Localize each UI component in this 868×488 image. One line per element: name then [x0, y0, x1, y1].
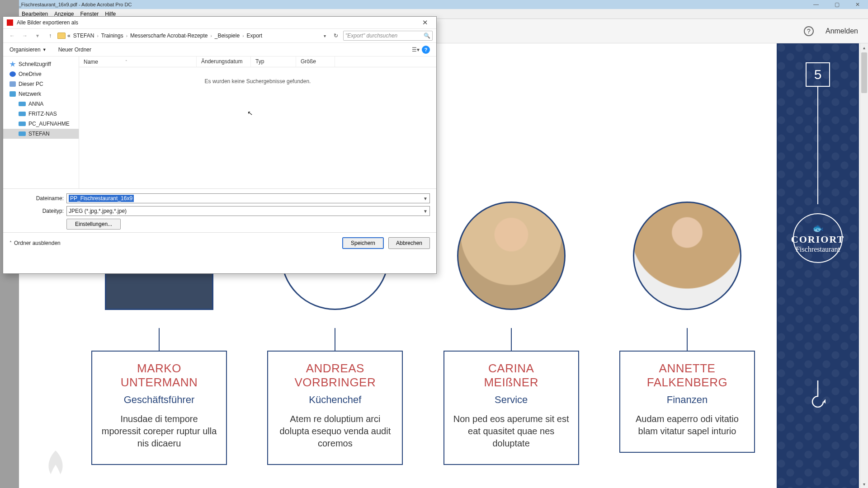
- connector-line: [335, 328, 335, 351]
- sort-asc-icon: ˄: [125, 60, 127, 64]
- filetype-select[interactable]: JPEG (*.jpg,*.jpeg,*.jpe) ▼: [66, 206, 430, 216]
- filename-input[interactable]: PP_Fischrestaurant_16x9 ▼: [66, 193, 430, 203]
- page-number: 5: [814, 67, 822, 82]
- presentation-sidebar: 5 🐟 CORIORT Fischrestaurant: [777, 43, 859, 488]
- page-number-box: 5: [806, 62, 830, 87]
- person-card: MARKOUNTERMANN Geschäftsführer Inusdae d…: [91, 251, 227, 465]
- computer-icon: [19, 131, 26, 136]
- person-card: CARINAMEIßNER Service Non ped eos aperum…: [443, 251, 579, 465]
- scroll-down-icon[interactable]: ▾: [860, 480, 868, 488]
- chevron-down-icon[interactable]: ▼: [423, 196, 428, 201]
- tree-host[interactable]: ANNA: [3, 99, 79, 109]
- search-placeholder: "Export" durchsuchen: [345, 33, 397, 39]
- brand-logo: 🐟 CORIORT Fischrestaurant: [777, 213, 859, 263]
- scroll-thumb[interactable]: [861, 52, 867, 93]
- crumb-item[interactable]: Export: [246, 33, 262, 39]
- col-size[interactable]: Größe: [296, 56, 335, 67]
- window-maximize[interactable]: ▢: [826, 0, 847, 9]
- dialog-toolbar: Organisieren▼ Neuer Ordner ☰▾ ?: [3, 43, 436, 56]
- crumb-item[interactable]: Messerscharfe Acrobat-Rezepte: [130, 33, 208, 39]
- pc-icon: [9, 81, 16, 87]
- crumb-item[interactable]: _Beispiele: [215, 33, 240, 39]
- tree-quick-access[interactable]: Schnellzugriff: [3, 59, 79, 69]
- person-card: ANDREASVORBRINGER Küchenchef Atem re dol…: [267, 251, 403, 465]
- vertical-line: [817, 87, 818, 204]
- crumb-overflow[interactable]: «: [67, 33, 71, 39]
- tree-this-pc[interactable]: Dieser PC: [3, 79, 79, 89]
- refresh-button[interactable]: ↻: [330, 33, 341, 39]
- cloud-icon: [9, 71, 16, 77]
- person-role: Küchenchef: [276, 394, 394, 406]
- new-folder-button[interactable]: Neuer Ordner: [58, 47, 91, 53]
- person-name: ANDREASVORBRINGER: [276, 361, 394, 389]
- breadcrumb[interactable]: « STEFAN › Trainings › Messerscharfe Acr…: [67, 33, 329, 39]
- nav-up-button[interactable]: ↑: [45, 31, 56, 41]
- dialog-fields: Dateiname: PP_Fischrestaurant_16x9 ▼ Dat…: [3, 188, 436, 232]
- window-minimize[interactable]: —: [806, 0, 826, 9]
- computer-icon: [19, 102, 26, 106]
- dialog-titlebar: Alle Bilder exportieren als ✕: [3, 17, 436, 28]
- filetype-value: JPEG (*.jpg,*.jpeg,*.jpe): [69, 208, 127, 214]
- cancel-button[interactable]: Abbrechen: [388, 237, 430, 249]
- address-dropdown[interactable]: ▾: [324, 33, 329, 38]
- search-icon[interactable]: 🔍: [424, 33, 430, 39]
- col-date[interactable]: Änderungsdatum: [197, 56, 251, 67]
- chevron-right-icon: ›: [97, 33, 98, 38]
- connector-line: [687, 328, 688, 351]
- organize-menu[interactable]: Organisieren▼: [9, 47, 47, 53]
- empty-results-text: Es wurden keine Suchergebnisse gefunden.: [79, 67, 436, 84]
- person-desc: Audam eaperro odi vitatio blam vitatur s…: [628, 413, 746, 437]
- tree-host[interactable]: FRITZ-NAS: [3, 109, 79, 119]
- signin-link[interactable]: Anmelden: [826, 27, 858, 35]
- app-titlebar: PP_Fischrestaurant_16x9.pdf - Adobe Acro…: [0, 0, 868, 9]
- scroll-up-icon[interactable]: ▴: [860, 43, 868, 52]
- filename-label: Dateiname:: [26, 195, 64, 202]
- tree-host[interactable]: STEFAN: [3, 129, 79, 139]
- nav-back-button[interactable]: ←: [7, 31, 18, 41]
- tree-network[interactable]: Netzwerk: [3, 89, 79, 99]
- person-name: MARKOUNTERMANN: [100, 361, 218, 389]
- col-name[interactable]: Name ˄: [79, 56, 197, 67]
- tree-onedrive[interactable]: OneDrive: [3, 69, 79, 79]
- person-info: ANDREASVORBRINGER Küchenchef Atem re dol…: [267, 351, 403, 465]
- nav-forward-button[interactable]: →: [19, 31, 30, 41]
- watermark-icon: [40, 447, 71, 479]
- brand-subtitle: Fischrestaurant: [796, 245, 840, 253]
- crumb-item[interactable]: Trainings: [101, 33, 123, 39]
- filename-value: PP_Fischrestaurant_16x9: [69, 195, 134, 202]
- save-dialog: Alle Bilder exportieren als ✕ ← → ▾ ↑ « …: [3, 16, 437, 274]
- person-name: ANNETTEFALKENBERG: [628, 361, 746, 389]
- connector-line: [511, 328, 512, 351]
- folder-icon: [57, 33, 66, 39]
- window-title: PP_Fischrestaurant_16x9.pdf - Adobe Acro…: [12, 2, 132, 7]
- save-button[interactable]: Speichern: [342, 237, 384, 249]
- dialog-close-button[interactable]: ✕: [417, 19, 433, 27]
- person-info: ANNETTEFALKENBERG Finanzen Audam eaperro…: [619, 351, 755, 453]
- settings-button[interactable]: Einstellungen...: [66, 219, 121, 230]
- person-portrait: [633, 202, 741, 310]
- col-type[interactable]: Typ: [251, 56, 296, 67]
- connector-line: [159, 328, 160, 351]
- window-close[interactable]: ✕: [847, 0, 868, 9]
- list-header: Name ˄ Änderungsdatum Typ Größe: [79, 56, 436, 67]
- search-input[interactable]: "Export" durchsuchen 🔍: [343, 31, 433, 41]
- vertical-scrollbar[interactable]: ▴ ▾: [860, 43, 868, 488]
- computer-icon: [19, 122, 26, 126]
- person-info: CARINAMEIßNER Service Non ped eos aperum…: [443, 351, 579, 465]
- person-desc: Non ped eos aperume sit est eat quasitet…: [453, 413, 570, 450]
- chevron-down-icon[interactable]: ▼: [423, 209, 428, 214]
- fishhook-icon: [777, 380, 859, 412]
- tree-host[interactable]: PC_AUFNAHME: [3, 119, 79, 129]
- acrobat-icon: [7, 19, 13, 26]
- chevron-right-icon: ›: [126, 33, 127, 38]
- dialog-title: Alle Bilder exportieren als: [17, 19, 78, 26]
- dialog-help-button[interactable]: ?: [422, 46, 430, 54]
- view-options-button[interactable]: ☰▾: [409, 45, 422, 55]
- person-desc: Atem re doluptium arci dolupta esequo ve…: [276, 413, 394, 450]
- nav-recent-dropdown[interactable]: ▾: [32, 31, 43, 41]
- brand-name: CORIORT: [791, 234, 844, 245]
- crumb-item[interactable]: STEFAN: [73, 33, 94, 39]
- hide-folders-toggle[interactable]: ˄ Ordner ausblenden: [9, 240, 61, 246]
- people-cards: MARKOUNTERMANN Geschäftsführer Inusdae d…: [91, 251, 755, 465]
- help-icon[interactable]: ?: [804, 26, 814, 36]
